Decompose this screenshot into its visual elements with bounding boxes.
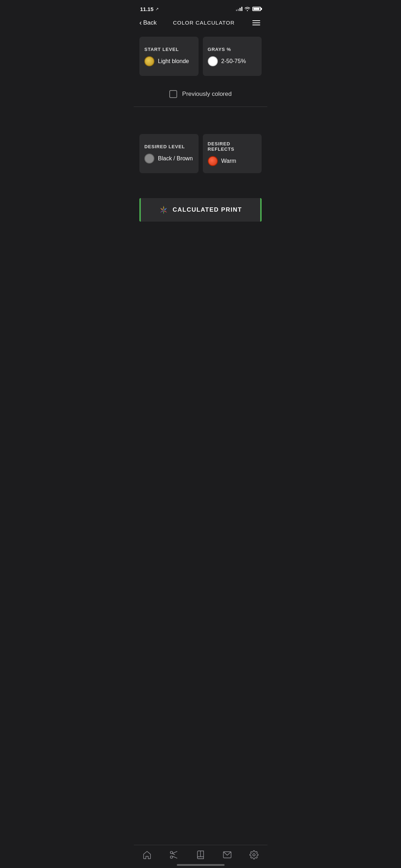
- pre-button-spacer: [134, 179, 267, 190]
- start-level-value-row: Light blonde: [144, 56, 194, 66]
- start-level-card[interactable]: START LEVEL Light blonde: [139, 37, 199, 76]
- svg-point-7: [163, 209, 165, 211]
- previously-colored-checkbox[interactable]: [169, 90, 177, 98]
- menu-icon-line2: [252, 22, 260, 23]
- menu-icon-line3: [252, 25, 260, 25]
- back-button[interactable]: ‹ Back: [139, 19, 156, 27]
- grays-dot: [208, 56, 218, 66]
- bottom-cards-row: DESIRED LEVEL Black / Brown DESIRED REFL…: [139, 134, 262, 173]
- desired-reflects-card[interactable]: DESIRED REFLECTS Warm: [203, 134, 262, 173]
- grays-value-row: 2-50-75%: [208, 56, 257, 66]
- location-icon: ↗: [155, 7, 159, 11]
- grays-label: GRAYS %: [208, 47, 257, 52]
- calculated-print-container: CALCULATED PRINT: [134, 192, 267, 227]
- status-bar: 11.15 ↗: [134, 0, 267, 16]
- menu-icon-line1: [252, 20, 260, 21]
- start-level-label: START LEVEL: [144, 47, 194, 52]
- mid-spacer: [134, 107, 267, 128]
- menu-button[interactable]: [251, 19, 262, 27]
- desired-reflects-value: Warm: [221, 158, 236, 164]
- desired-reflects-value-row: Warm: [208, 156, 257, 166]
- status-icons: [236, 7, 261, 11]
- bottom-spacer: [134, 227, 267, 320]
- previously-colored-row[interactable]: Previously colored: [134, 82, 267, 107]
- top-cards-row: START LEVEL Light blonde GRAYS % 2-50-75…: [139, 37, 262, 76]
- start-level-value: Light blonde: [158, 58, 189, 64]
- grays-card[interactable]: GRAYS % 2-50-75%: [203, 37, 262, 76]
- desired-level-card[interactable]: DESIRED LEVEL Black / Brown: [139, 134, 199, 173]
- back-label: Back: [143, 19, 157, 26]
- calculated-print-label: CALCULATED PRINT: [173, 206, 242, 213]
- back-chevron-icon: ‹: [139, 19, 142, 27]
- status-time: 11.15: [140, 6, 154, 12]
- color-star-icon: [159, 205, 168, 215]
- desired-level-label: DESIRED LEVEL: [144, 144, 194, 149]
- desired-level-value: Black / Brown: [158, 155, 193, 162]
- calculated-print-button[interactable]: CALCULATED PRINT: [139, 198, 262, 222]
- battery-icon: [252, 7, 261, 11]
- signal-icon: [236, 7, 242, 11]
- desired-level-value-row: Black / Brown: [144, 154, 194, 164]
- grays-value: 2-50-75%: [221, 58, 246, 64]
- desired-reflects-dot: [208, 156, 218, 166]
- desired-level-dot: [144, 154, 154, 164]
- nav-bar: ‹ Back COLOR CALCULATOR: [134, 16, 267, 31]
- desired-reflects-label: DESIRED REFLECTS: [208, 141, 257, 152]
- previously-colored-label: Previously colored: [182, 91, 232, 98]
- top-cards-section: START LEVEL Light blonde GRAYS % 2-50-75…: [134, 31, 267, 82]
- wifi-icon: [245, 7, 250, 11]
- bottom-cards-section: DESIRED LEVEL Black / Brown DESIRED REFL…: [134, 128, 267, 179]
- page-title: COLOR CALCULATOR: [173, 20, 235, 26]
- start-level-dot: [144, 56, 154, 66]
